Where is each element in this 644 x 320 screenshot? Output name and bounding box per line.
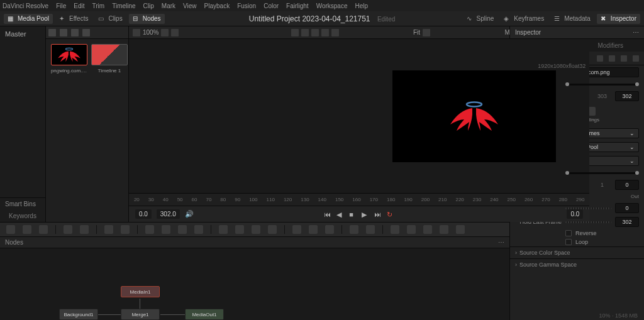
viewer-left[interactable] — [129, 39, 359, 193]
viewer-right[interactable]: 1920x1080xfloat32 — [359, 39, 589, 193]
node-canvas[interactable]: Background1 MediaIn1 Merge1 MediaOut1 — [0, 248, 509, 320]
source-color-space-section[interactable]: › Source Color Space — [510, 246, 644, 258]
tool-3d-icon[interactable] — [292, 225, 301, 234]
tool-fx3-icon[interactable] — [423, 225, 432, 234]
first-frame-icon[interactable]: ⏮ — [324, 211, 331, 218]
menu-playback[interactable]: Playback — [204, 3, 230, 9]
out-timecode[interactable]: 302.0 — [157, 209, 180, 219]
tool-merge-icon[interactable] — [145, 225, 154, 234]
menu-edit[interactable]: Edit — [74, 3, 84, 9]
viewer-c-icon[interactable] — [311, 29, 319, 36]
master-bin[interactable]: Master — [0, 26, 45, 41]
tool-tracker-icon[interactable] — [64, 225, 72, 234]
tool-mask-icon[interactable] — [80, 225, 89, 234]
reset-icon[interactable] — [609, 55, 615, 62]
smart-bin-keywords[interactable]: Keywords — [0, 210, 45, 222]
node-mediain[interactable]: MediaIn1 — [121, 286, 160, 297]
tool-ellipse-icon[interactable] — [235, 225, 244, 234]
menu-file[interactable]: File — [56, 3, 66, 9]
viewer-a-icon[interactable] — [291, 29, 299, 36]
hold-last-dial[interactable] — [565, 221, 611, 223]
reverse-checkbox[interactable] — [565, 230, 572, 236]
tool-bspline-icon[interactable] — [268, 225, 277, 234]
nodes-menu-icon[interactable]: ⋯ — [498, 239, 504, 246]
tool-paint-icon[interactable] — [39, 225, 48, 234]
pin-icon[interactable] — [597, 55, 603, 62]
inspector-toggle[interactable]: ✖ Inspector — [597, 14, 640, 24]
viewer-d-icon[interactable] — [321, 29, 329, 36]
tool-matte-icon[interactable] — [178, 225, 187, 234]
media-pool-toggle[interactable]: ▦ Media Pool — [4, 14, 53, 24]
stop-icon[interactable]: ■ — [349, 211, 357, 218]
loop-checkbox[interactable] — [565, 239, 572, 245]
menu-workspace[interactable]: Workspace — [316, 3, 348, 9]
global-inout-slider[interactable] — [565, 84, 639, 86]
source-gamma-space-section[interactable]: › Source Gamma Space — [510, 258, 644, 270]
trim-out-value[interactable]: 0 — [615, 180, 639, 190]
menu-color[interactable]: Color — [264, 3, 279, 9]
tool-blur-icon[interactable] — [104, 225, 113, 234]
menu-help[interactable]: Help — [355, 3, 368, 9]
tool-prender-icon[interactable] — [366, 225, 375, 234]
hold-first-value[interactable]: 0 — [615, 203, 639, 213]
tool-text-icon[interactable] — [23, 225, 31, 234]
viewer-opt2-icon[interactable] — [171, 29, 179, 36]
node-mediaout[interactable]: MediaOut1 — [185, 309, 224, 320]
lock-icon[interactable] — [633, 55, 639, 62]
tool-color-icon[interactable] — [121, 225, 130, 234]
tool-rect-icon[interactable] — [219, 225, 228, 234]
viewer-b-icon[interactable] — [301, 29, 309, 36]
menu-app[interactable]: DaVinci Resolve — [3, 3, 48, 9]
in-timecode[interactable]: 0.0 — [135, 209, 152, 219]
effects-toggle[interactable]: ✦ Effects — [55, 14, 92, 24]
viewer2-opt-icon[interactable] — [423, 29, 430, 36]
list-view-icon[interactable] — [48, 29, 56, 36]
audio-icon[interactable]: 🔊 — [185, 210, 194, 218]
keyframes-toggle[interactable]: ◈ Keyframes — [500, 14, 548, 24]
node-merge[interactable]: Merge1 — [121, 309, 160, 320]
hold-first-dial[interactable] — [565, 207, 611, 209]
clips-toggle[interactable]: ▭ Clips — [94, 14, 126, 24]
metadata-toggle[interactable]: ☰ Metadata — [550, 14, 594, 24]
global-out-value[interactable]: 302 — [615, 91, 639, 101]
tool-resize-icon[interactable] — [194, 225, 203, 234]
viewer-e-icon[interactable] — [331, 29, 339, 36]
search-icon[interactable] — [82, 29, 90, 36]
menu-fairlight[interactable]: Fairlight — [286, 3, 309, 9]
trim-slider[interactable] — [565, 172, 639, 174]
time-ruler[interactable]: 20 30 40 50 60 70 80 90 100 110 120 130 … — [129, 193, 589, 206]
menu-clip[interactable]: Clip — [143, 3, 154, 9]
last-frame-icon[interactable]: ⏭ — [374, 211, 382, 218]
inspector-menu-icon[interactable]: ⋯ — [633, 29, 639, 36]
viewer-opt-icon[interactable] — [161, 29, 169, 36]
clip-item[interactable]: Timeline 1 — [91, 44, 128, 74]
tool-background-icon[interactable] — [6, 225, 15, 234]
spline-toggle[interactable]: ∿ Spline — [463, 14, 498, 24]
hold-last-value[interactable]: 302 — [615, 217, 639, 227]
prev-frame-icon[interactable]: ◀ — [336, 211, 344, 218]
menu-timeline[interactable]: Timeline — [112, 3, 135, 9]
tool-xf-icon[interactable] — [162, 225, 170, 234]
zoom-level[interactable]: 100% — [143, 29, 159, 36]
current-timecode[interactable]: 0.0 — [567, 209, 583, 219]
tool-poly-icon[interactable] — [252, 225, 260, 234]
play-icon[interactable]: ▶ — [362, 211, 369, 218]
tool-fx5-icon[interactable] — [456, 225, 465, 234]
menu-fusion[interactable]: Fusion — [237, 3, 256, 9]
version-icon[interactable] — [621, 55, 627, 62]
smart-bins-header[interactable]: Smart Bins — [0, 198, 45, 210]
sort-icon[interactable] — [71, 29, 79, 36]
clip-item[interactable]: pngwing.com.png — [51, 44, 87, 74]
tool-light-icon[interactable] — [325, 225, 334, 234]
loop-icon[interactable]: ↻ — [387, 211, 394, 218]
tool-fx1-icon[interactable] — [391, 225, 399, 234]
node-background[interactable]: Background1 — [59, 309, 98, 320]
tool-particle-icon[interactable] — [350, 225, 358, 234]
nodes-toggle[interactable]: ⊟ Nodes — [129, 14, 165, 24]
thumb-view-icon[interactable] — [60, 29, 67, 36]
tool-fx2-icon[interactable] — [407, 225, 416, 234]
menu-view[interactable]: View — [183, 3, 197, 9]
fit-label[interactable]: Fit — [413, 29, 420, 36]
viewer-layout-icon[interactable] — [133, 29, 140, 36]
menu-mark[interactable]: Mark — [162, 3, 175, 9]
